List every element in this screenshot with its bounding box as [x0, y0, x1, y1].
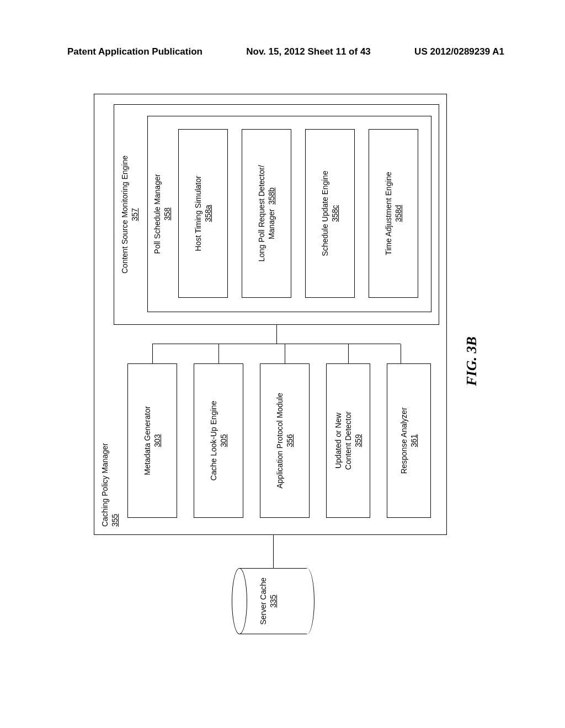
caching-policy-manager-box: Caching Policy Manager 355 Metadata Gene…	[94, 94, 447, 535]
connector	[401, 344, 401, 363]
long-poll-box: Long Poll Request Detector/ Manager 358b	[242, 129, 291, 298]
connector	[348, 344, 349, 363]
content-detector-box: Updated or New Content Detector 359	[326, 363, 370, 518]
connector	[218, 344, 219, 363]
schedule-update-box: Schedule Update Engine 358c	[305, 129, 355, 298]
connector	[152, 344, 153, 363]
page-header: Patent Application Publication Nov. 15, …	[0, 46, 565, 57]
caching-policy-manager-title: Caching Policy Manager 355	[100, 443, 120, 527]
poll-schedule-manager-box: Poll Schedule Manager 358 Host Timing Si…	[147, 116, 431, 312]
header-center: Nov. 15, 2012 Sheet 11 of 43	[246, 46, 371, 57]
header-right: US 2012/0289239 A1	[414, 46, 504, 57]
time-adjust-box: Time Adjustment Engine 358d	[369, 129, 418, 298]
rotated-diagram: Server Cache 335 Caching Policy Manager …	[88, 88, 486, 634]
connector	[273, 535, 274, 568]
server-cache-label: Server Cache 335	[258, 568, 278, 634]
connector	[285, 344, 285, 363]
header-left: Patent Application Publication	[67, 46, 202, 57]
content-source-monitoring-box: Content Source Monitoring Engine 357 Pol…	[114, 104, 439, 325]
cache-lookup-box: Cache Look-Up Engine 305	[194, 363, 243, 518]
left-module-stack: Metadata Generator 303 Cache Look-Up Eng…	[127, 363, 436, 518]
connector-to-right	[276, 325, 277, 344]
figure-area: Server Cache 335 Caching Policy Manager …	[55, 88, 513, 673]
app-protocol-box: Application Protocol Module 356	[260, 363, 310, 518]
host-timing-box: Host Timing Simulator 358a	[178, 129, 228, 298]
metadata-generator-box: Metadata Generator 303	[127, 363, 177, 518]
server-cache-db: Server Cache 335	[232, 568, 315, 634]
poll-schedule-manager-title: Poll Schedule Manager 358	[152, 116, 172, 312]
figure-label: FIG. 3B	[463, 88, 480, 634]
content-source-monitoring-title: Content Source Monitoring Engine 357	[120, 105, 140, 324]
response-analyzer-box: Response Analyzer 361	[387, 363, 431, 518]
